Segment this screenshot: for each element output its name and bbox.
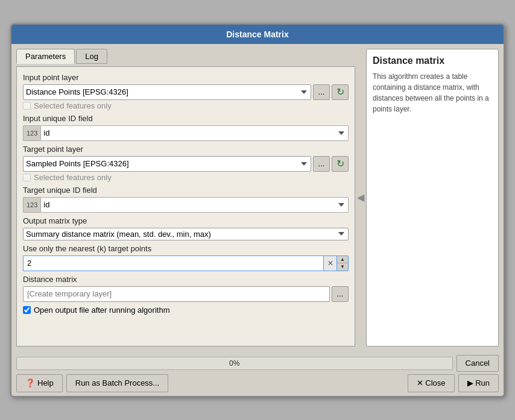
open-output-checkbox[interactable]: [23, 306, 31, 314]
nearest-k-arrows: ▲ ▼: [336, 255, 349, 271]
nearest-k-input[interactable]: [23, 255, 323, 271]
nearest-k-label: Use only the nearest (k) target points: [23, 244, 349, 253]
tabs: Parameters Log: [16, 49, 355, 64]
dialog: Distance Matrix Parameters Log Input poi…: [10, 24, 505, 397]
right-panel-title: Distance matrix: [373, 55, 492, 66]
distance-matrix-input[interactable]: [23, 286, 330, 302]
target-unique-id-label: Target unique ID field: [23, 186, 349, 195]
input-point-layer-group: Input point layer Distance Points [EPSG:…: [23, 73, 349, 110]
input-unique-id-select[interactable]: id: [40, 125, 349, 141]
distance-matrix-label: Distance matrix: [23, 275, 349, 284]
dialog-title: Distance Matrix: [11, 25, 504, 44]
target-point-layer-select[interactable]: Sampled Points [EPSG:4326]: [23, 156, 311, 172]
distance-matrix-browse-btn[interactable]: ...: [332, 286, 349, 302]
target-unique-id-select[interactable]: id: [40, 197, 349, 213]
target-point-layer-label: Target point layer: [23, 145, 349, 154]
left-buttons: ❓ Help Run as Batch Process...: [16, 374, 168, 392]
output-matrix-type-select[interactable]: Summary distance matrix (mean, std. dev.…: [23, 228, 349, 240]
target-selected-features-checkbox[interactable]: [23, 174, 31, 181]
right-panel: Distance matrix This algorithm creates a…: [366, 49, 499, 346]
nearest-k-group: Use only the nearest (k) target points ✕…: [23, 244, 349, 271]
progress-row: 0% Cancel: [16, 355, 499, 372]
cancel-button[interactable]: Cancel: [457, 355, 499, 372]
left-panel: Parameters Log Input point layer Distanc…: [16, 49, 355, 346]
target-point-layer-group: Target point layer Sampled Points [EPSG:…: [23, 145, 349, 182]
input-point-layer-row: Distance Points [EPSG:4326] ... ↻: [23, 84, 349, 100]
help-label: Help: [37, 378, 54, 387]
input-selected-features-row: Selected features only: [23, 101, 349, 110]
input-point-layer-label: Input point layer: [23, 73, 349, 82]
close-button[interactable]: ✕ Close: [408, 374, 455, 392]
nearest-k-row: ✕ ▲ ▼: [23, 255, 349, 271]
target-point-layer-refresh-btn[interactable]: ↻: [332, 156, 349, 172]
progress-bar-container: 0%: [16, 357, 453, 370]
output-matrix-type-group: Output matrix type Summary distance matr…: [23, 216, 349, 240]
distance-matrix-row: ...: [23, 286, 349, 302]
target-point-layer-browse-btn[interactable]: ...: [313, 156, 330, 172]
target-unique-id-badge: 123: [23, 197, 40, 213]
input-point-layer-refresh-btn[interactable]: ↻: [332, 84, 349, 100]
tab-log[interactable]: Log: [76, 49, 107, 64]
target-unique-id-group: Target unique ID field 123 id: [23, 186, 349, 213]
dialog-footer: 0% Cancel ❓ Help Run as Batch Process...…: [11, 351, 504, 396]
nearest-k-down-btn[interactable]: ▼: [337, 263, 348, 271]
open-output-row: Open output file after running algorithm: [23, 306, 349, 315]
input-point-layer-browse-btn[interactable]: ...: [313, 84, 330, 100]
input-unique-id-label: Input unique ID field: [23, 114, 349, 123]
output-matrix-type-label: Output matrix type: [23, 216, 349, 225]
right-buttons: ✕ Close ▶ Run: [408, 374, 499, 392]
target-selected-features-label: Selected features only: [34, 173, 112, 182]
right-panel-description: This algorithm creates a table containin…: [373, 71, 492, 114]
target-point-layer-row: Sampled Points [EPSG:4326] ... ↻: [23, 156, 349, 172]
open-output-label: Open output file after running algorithm: [34, 306, 169, 315]
progress-label: 0%: [17, 359, 452, 368]
run-button[interactable]: ▶ Run: [458, 374, 499, 392]
nearest-k-clear-btn[interactable]: ✕: [323, 255, 336, 271]
input-unique-id-row: 123 id: [23, 125, 349, 141]
distance-matrix-output-group: Distance matrix ...: [23, 275, 349, 302]
nearest-k-up-btn[interactable]: ▲: [337, 256, 348, 264]
batch-button[interactable]: Run as Batch Process...: [66, 374, 168, 392]
bottom-buttons: ❓ Help Run as Batch Process... ✕ Close ▶…: [16, 374, 499, 392]
target-unique-id-row: 123 id: [23, 197, 349, 213]
input-selected-features-label: Selected features only: [34, 101, 112, 110]
help-button[interactable]: ❓ Help: [16, 374, 63, 392]
params-panel: Input point layer Distance Points [EPSG:…: [16, 66, 355, 346]
input-unique-id-group: Input unique ID field 123 id: [23, 114, 349, 141]
tab-parameters[interactable]: Parameters: [16, 49, 75, 64]
help-icon: ❓: [25, 378, 35, 387]
target-selected-features-row: Selected features only: [23, 173, 349, 182]
input-point-layer-select[interactable]: Distance Points [EPSG:4326]: [23, 84, 311, 100]
input-selected-features-checkbox[interactable]: [23, 102, 31, 110]
panel-divider[interactable]: ◀: [359, 49, 362, 346]
input-unique-id-badge: 123: [23, 125, 40, 141]
